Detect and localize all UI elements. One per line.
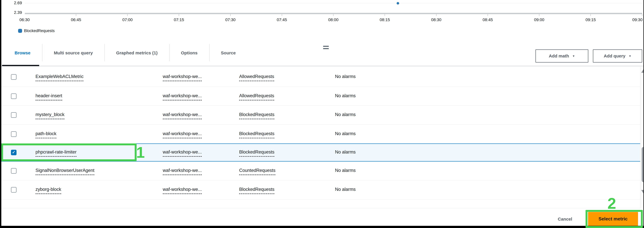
alarm-status: No alarms	[335, 149, 356, 154]
window-bottom-border	[0, 226, 644, 228]
alarm-status: No alarms	[335, 187, 356, 192]
x-axis-tick	[384, 14, 385, 16]
table-row[interactable]: ExampleWebACLMetric waf-workshop-we... A…	[1, 67, 640, 87]
x-axis-tick	[127, 14, 128, 16]
x-axis-tick-label: 06:45	[71, 17, 81, 22]
metric-statistic-link[interactable]: BlockedRequests	[239, 112, 274, 119]
x-axis-tick	[230, 14, 231, 16]
tabbar-divider	[0, 66, 644, 66]
metric-statistic-link[interactable]: BlockedRequests	[239, 187, 274, 194]
x-axis-tick	[642, 14, 642, 16]
x-axis-tick-label: 07:45	[277, 17, 287, 22]
tab-source[interactable]: Source	[209, 44, 248, 62]
x-axis-tick-label: 07:00	[122, 17, 132, 22]
add-query-label: Add query	[604, 53, 625, 58]
x-axis-tick-label: 07:30	[225, 17, 236, 22]
x-axis-tick	[179, 14, 179, 16]
table-row[interactable]: zyborg-block waf-workshop-we... BlockedR…	[1, 180, 640, 200]
tab-label: Browse	[14, 50, 30, 55]
legend-swatch-icon	[18, 29, 22, 33]
x-axis-tick	[76, 14, 76, 16]
metric-statistic-link[interactable]: BlockedRequests	[239, 131, 274, 138]
x-axis-tick-label: 09:00	[534, 17, 544, 22]
select-metric-dialog: 2.69 2.39 06:3006:4507:0007:1507:3007:45…	[0, 0, 644, 228]
tab-label: Options	[181, 50, 198, 55]
dimension-value-link[interactable]: waf-workshop-we...	[163, 112, 202, 119]
x-axis-tick	[436, 14, 436, 16]
chart-legend[interactable]: BlockedRequests	[18, 29, 55, 33]
dimension-value-link[interactable]: waf-workshop-we...	[163, 168, 202, 175]
row-checkbox[interactable]	[11, 168, 16, 174]
add-query-button[interactable]: Add query ▼	[593, 49, 642, 63]
select-metric-button[interactable]: Select metric	[588, 212, 638, 226]
metric-name-link[interactable]: SignalNonBrowserUserAgent	[36, 168, 94, 175]
dimension-value-link[interactable]: waf-workshop-we...	[163, 149, 202, 157]
chart-gridline	[25, 3, 642, 3]
alarm-status: No alarms	[335, 112, 356, 117]
metric-name-link[interactable]: header-insert	[36, 93, 62, 101]
x-axis-tick-label: 08:15	[380, 17, 390, 22]
x-axis-tick-label: 09:30	[632, 17, 642, 22]
x-axis-tick-label: 08:30	[431, 17, 441, 22]
row-checkbox[interactable]	[11, 150, 16, 155]
metric-name-link[interactable]: zyborg-block	[36, 187, 61, 194]
tab-options[interactable]: Options	[169, 44, 209, 62]
x-axis-tick	[282, 14, 282, 16]
footer-divider	[0, 208, 644, 208]
metrics-table: ExampleWebACLMetric waf-workshop-we... A…	[1, 67, 640, 200]
x-axis-tick	[539, 14, 540, 16]
metric-statistic-link[interactable]: BlockedRequests	[239, 149, 274, 157]
tab-label: Source	[221, 50, 236, 55]
window-right-border	[644, 0, 644, 228]
table-row[interactable]: phpcrawl-rate-limiter waf-workshop-we...…	[1, 143, 640, 162]
tab-browse[interactable]: Browse	[3, 44, 42, 62]
dimension-value-link[interactable]: waf-workshop-we...	[163, 74, 202, 81]
alarm-status: No alarms	[335, 93, 356, 98]
panel-resize-handle-icon[interactable]	[323, 46, 329, 49]
row-checkbox[interactable]	[11, 94, 16, 99]
x-axis-tick	[590, 14, 591, 16]
dimension-value-link[interactable]: waf-workshop-we...	[163, 187, 202, 194]
row-checkbox[interactable]	[11, 131, 16, 137]
table-row[interactable]: mystery_block waf-workshop-we... Blocked…	[1, 106, 640, 125]
metric-name-link[interactable]: mystery_block	[36, 112, 64, 119]
x-axis-tick-label: 08:45	[482, 17, 493, 22]
tab-multi-source-query[interactable]: Multi source query	[42, 44, 104, 62]
x-axis-tick-label: 06:30	[20, 17, 30, 22]
tab-label: Graphed metrics (1)	[116, 50, 158, 55]
dimension-value-link[interactable]: waf-workshop-we...	[163, 93, 202, 101]
metric-statistic-link[interactable]: AllowedRequests	[239, 93, 274, 101]
data-point-marker	[397, 2, 399, 4]
table-row[interactable]: path-block waf-workshop-we... BlockedReq…	[1, 125, 640, 143]
x-axis-tick	[333, 14, 334, 16]
table-row[interactable]: SignalNonBrowserUserAgent waf-workshop-w…	[1, 162, 640, 180]
cancel-button[interactable]: Cancel	[558, 217, 572, 222]
dimension-value-link[interactable]: waf-workshop-we...	[163, 131, 202, 138]
window-left-border	[0, 0, 1, 228]
row-checkbox[interactable]	[11, 74, 16, 80]
chevron-down-icon: ▼	[629, 55, 632, 57]
x-axis-tick-label: 09:15	[586, 17, 596, 22]
metric-statistic-link[interactable]: AllowedRequests	[239, 74, 274, 81]
x-axis-tick	[488, 14, 488, 16]
legend-label: BlockedRequests	[24, 29, 55, 33]
y-axis-label: 2.39	[3, 10, 22, 15]
metric-name-link[interactable]: phpcrawl-rate-limiter	[36, 149, 76, 157]
row-checkbox[interactable]	[11, 187, 16, 193]
alarm-status: No alarms	[335, 74, 356, 79]
chart-x-axis-line	[25, 13, 642, 14]
add-math-label: Add math	[549, 53, 569, 58]
table-row[interactable]: header-insert waf-workshop-we... Allowed…	[1, 87, 640, 106]
tab-graphed-metrics-1[interactable]: Graphed metrics (1)	[104, 44, 169, 62]
metric-name-link[interactable]: ExampleWebACLMetric	[36, 74, 84, 81]
alarm-status: No alarms	[335, 131, 356, 136]
row-checkbox[interactable]	[11, 112, 16, 118]
chevron-down-icon: ▼	[572, 55, 575, 57]
y-axis-label: 2.69	[3, 0, 22, 5]
active-tab-underline	[2, 65, 39, 66]
add-math-button[interactable]: Add math ▼	[536, 49, 588, 63]
alarm-status: No alarms	[335, 168, 356, 173]
x-axis-tick-label: 07:15	[174, 17, 184, 22]
metric-statistic-link[interactable]: CountedRequests	[239, 168, 276, 175]
metric-name-link[interactable]: path-block	[36, 131, 56, 138]
